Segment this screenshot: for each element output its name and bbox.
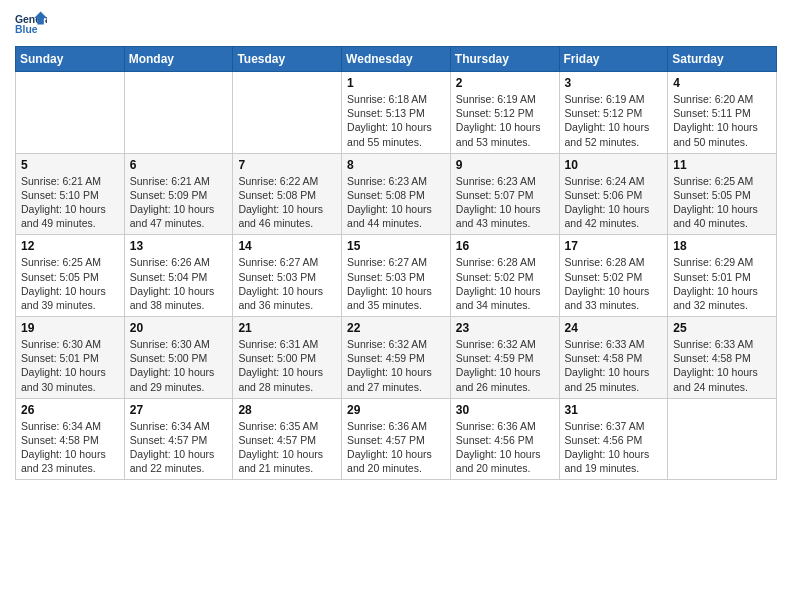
- calendar-day-header: Thursday: [450, 47, 559, 72]
- calendar-cell: 2Sunrise: 6:19 AM Sunset: 5:12 PM Daylig…: [450, 72, 559, 154]
- day-info: Sunrise: 6:36 AM Sunset: 4:57 PM Dayligh…: [347, 419, 445, 476]
- calendar-cell: [233, 72, 342, 154]
- day-info: Sunrise: 6:18 AM Sunset: 5:13 PM Dayligh…: [347, 92, 445, 149]
- logo-icon: General Blue: [15, 10, 47, 38]
- calendar-week-row: 26Sunrise: 6:34 AM Sunset: 4:58 PM Dayli…: [16, 398, 777, 480]
- calendar-day-header: Tuesday: [233, 47, 342, 72]
- day-number: 21: [238, 321, 336, 335]
- calendar-cell: [124, 72, 233, 154]
- page-header: General Blue: [15, 10, 777, 38]
- calendar-cell: 18Sunrise: 6:29 AM Sunset: 5:01 PM Dayli…: [668, 235, 777, 317]
- calendar-cell: 15Sunrise: 6:27 AM Sunset: 5:03 PM Dayli…: [342, 235, 451, 317]
- calendar-cell: 22Sunrise: 6:32 AM Sunset: 4:59 PM Dayli…: [342, 317, 451, 399]
- day-number: 15: [347, 239, 445, 253]
- calendar-cell: 3Sunrise: 6:19 AM Sunset: 5:12 PM Daylig…: [559, 72, 668, 154]
- day-info: Sunrise: 6:33 AM Sunset: 4:58 PM Dayligh…: [673, 337, 771, 394]
- day-info: Sunrise: 6:19 AM Sunset: 5:12 PM Dayligh…: [456, 92, 554, 149]
- day-number: 16: [456, 239, 554, 253]
- day-info: Sunrise: 6:25 AM Sunset: 5:05 PM Dayligh…: [673, 174, 771, 231]
- calendar-cell: 30Sunrise: 6:36 AM Sunset: 4:56 PM Dayli…: [450, 398, 559, 480]
- calendar-cell: 26Sunrise: 6:34 AM Sunset: 4:58 PM Dayli…: [16, 398, 125, 480]
- day-number: 1: [347, 76, 445, 90]
- calendar-cell: 19Sunrise: 6:30 AM Sunset: 5:01 PM Dayli…: [16, 317, 125, 399]
- calendar-cell: 11Sunrise: 6:25 AM Sunset: 5:05 PM Dayli…: [668, 153, 777, 235]
- day-number: 26: [21, 403, 119, 417]
- day-info: Sunrise: 6:26 AM Sunset: 5:04 PM Dayligh…: [130, 255, 228, 312]
- day-number: 22: [347, 321, 445, 335]
- day-number: 24: [565, 321, 663, 335]
- calendar-day-header: Monday: [124, 47, 233, 72]
- calendar-cell: 28Sunrise: 6:35 AM Sunset: 4:57 PM Dayli…: [233, 398, 342, 480]
- calendar-cell: 10Sunrise: 6:24 AM Sunset: 5:06 PM Dayli…: [559, 153, 668, 235]
- calendar-cell: [668, 398, 777, 480]
- calendar-week-row: 1Sunrise: 6:18 AM Sunset: 5:13 PM Daylig…: [16, 72, 777, 154]
- day-info: Sunrise: 6:37 AM Sunset: 4:56 PM Dayligh…: [565, 419, 663, 476]
- calendar-cell: 4Sunrise: 6:20 AM Sunset: 5:11 PM Daylig…: [668, 72, 777, 154]
- day-number: 18: [673, 239, 771, 253]
- calendar-cell: 27Sunrise: 6:34 AM Sunset: 4:57 PM Dayli…: [124, 398, 233, 480]
- calendar-week-row: 19Sunrise: 6:30 AM Sunset: 5:01 PM Dayli…: [16, 317, 777, 399]
- day-number: 2: [456, 76, 554, 90]
- calendar-header-row: SundayMondayTuesdayWednesdayThursdayFrid…: [16, 47, 777, 72]
- calendar-cell: 6Sunrise: 6:21 AM Sunset: 5:09 PM Daylig…: [124, 153, 233, 235]
- day-info: Sunrise: 6:21 AM Sunset: 5:09 PM Dayligh…: [130, 174, 228, 231]
- day-info: Sunrise: 6:30 AM Sunset: 5:00 PM Dayligh…: [130, 337, 228, 394]
- calendar-cell: 8Sunrise: 6:23 AM Sunset: 5:08 PM Daylig…: [342, 153, 451, 235]
- calendar-cell: 20Sunrise: 6:30 AM Sunset: 5:00 PM Dayli…: [124, 317, 233, 399]
- day-info: Sunrise: 6:34 AM Sunset: 4:58 PM Dayligh…: [21, 419, 119, 476]
- calendar-cell: 23Sunrise: 6:32 AM Sunset: 4:59 PM Dayli…: [450, 317, 559, 399]
- svg-text:Blue: Blue: [15, 24, 38, 35]
- day-info: Sunrise: 6:24 AM Sunset: 5:06 PM Dayligh…: [565, 174, 663, 231]
- calendar-day-header: Saturday: [668, 47, 777, 72]
- logo: General Blue: [15, 10, 47, 38]
- day-info: Sunrise: 6:36 AM Sunset: 4:56 PM Dayligh…: [456, 419, 554, 476]
- day-info: Sunrise: 6:27 AM Sunset: 5:03 PM Dayligh…: [238, 255, 336, 312]
- calendar-cell: 16Sunrise: 6:28 AM Sunset: 5:02 PM Dayli…: [450, 235, 559, 317]
- calendar-cell: 5Sunrise: 6:21 AM Sunset: 5:10 PM Daylig…: [16, 153, 125, 235]
- day-number: 6: [130, 158, 228, 172]
- day-number: 23: [456, 321, 554, 335]
- calendar-cell: 1Sunrise: 6:18 AM Sunset: 5:13 PM Daylig…: [342, 72, 451, 154]
- calendar-cell: 7Sunrise: 6:22 AM Sunset: 5:08 PM Daylig…: [233, 153, 342, 235]
- calendar-cell: 17Sunrise: 6:28 AM Sunset: 5:02 PM Dayli…: [559, 235, 668, 317]
- calendar-cell: 12Sunrise: 6:25 AM Sunset: 5:05 PM Dayli…: [16, 235, 125, 317]
- day-number: 28: [238, 403, 336, 417]
- day-info: Sunrise: 6:32 AM Sunset: 4:59 PM Dayligh…: [456, 337, 554, 394]
- calendar-cell: 29Sunrise: 6:36 AM Sunset: 4:57 PM Dayli…: [342, 398, 451, 480]
- day-number: 29: [347, 403, 445, 417]
- day-info: Sunrise: 6:32 AM Sunset: 4:59 PM Dayligh…: [347, 337, 445, 394]
- day-number: 4: [673, 76, 771, 90]
- day-number: 3: [565, 76, 663, 90]
- day-info: Sunrise: 6:22 AM Sunset: 5:08 PM Dayligh…: [238, 174, 336, 231]
- day-number: 31: [565, 403, 663, 417]
- day-info: Sunrise: 6:25 AM Sunset: 5:05 PM Dayligh…: [21, 255, 119, 312]
- day-info: Sunrise: 6:34 AM Sunset: 4:57 PM Dayligh…: [130, 419, 228, 476]
- day-info: Sunrise: 6:31 AM Sunset: 5:00 PM Dayligh…: [238, 337, 336, 394]
- day-number: 17: [565, 239, 663, 253]
- day-info: Sunrise: 6:19 AM Sunset: 5:12 PM Dayligh…: [565, 92, 663, 149]
- calendar-cell: 25Sunrise: 6:33 AM Sunset: 4:58 PM Dayli…: [668, 317, 777, 399]
- day-info: Sunrise: 6:27 AM Sunset: 5:03 PM Dayligh…: [347, 255, 445, 312]
- calendar-week-row: 12Sunrise: 6:25 AM Sunset: 5:05 PM Dayli…: [16, 235, 777, 317]
- day-number: 5: [21, 158, 119, 172]
- day-info: Sunrise: 6:30 AM Sunset: 5:01 PM Dayligh…: [21, 337, 119, 394]
- day-info: Sunrise: 6:20 AM Sunset: 5:11 PM Dayligh…: [673, 92, 771, 149]
- day-number: 7: [238, 158, 336, 172]
- calendar-day-header: Wednesday: [342, 47, 451, 72]
- calendar-day-header: Friday: [559, 47, 668, 72]
- calendar-cell: [16, 72, 125, 154]
- day-number: 12: [21, 239, 119, 253]
- day-info: Sunrise: 6:33 AM Sunset: 4:58 PM Dayligh…: [565, 337, 663, 394]
- calendar-table: SundayMondayTuesdayWednesdayThursdayFrid…: [15, 46, 777, 480]
- calendar-day-header: Sunday: [16, 47, 125, 72]
- calendar-week-row: 5Sunrise: 6:21 AM Sunset: 5:10 PM Daylig…: [16, 153, 777, 235]
- day-info: Sunrise: 6:23 AM Sunset: 5:07 PM Dayligh…: [456, 174, 554, 231]
- day-number: 25: [673, 321, 771, 335]
- day-number: 27: [130, 403, 228, 417]
- day-info: Sunrise: 6:28 AM Sunset: 5:02 PM Dayligh…: [565, 255, 663, 312]
- day-info: Sunrise: 6:23 AM Sunset: 5:08 PM Dayligh…: [347, 174, 445, 231]
- day-number: 8: [347, 158, 445, 172]
- day-number: 13: [130, 239, 228, 253]
- calendar-cell: 21Sunrise: 6:31 AM Sunset: 5:00 PM Dayli…: [233, 317, 342, 399]
- calendar-cell: 14Sunrise: 6:27 AM Sunset: 5:03 PM Dayli…: [233, 235, 342, 317]
